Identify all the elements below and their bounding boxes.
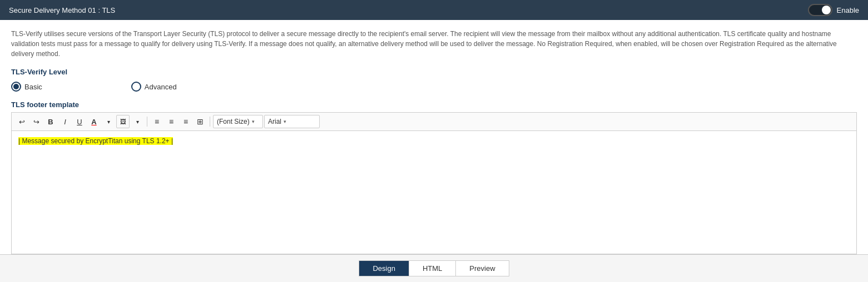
insert-image-dropdown-button[interactable]: ▾ — [131, 115, 144, 128]
insert-image-button[interactable]: 🖼 — [116, 115, 130, 128]
radio-basic-label: Basic — [24, 83, 42, 91]
radio-option-advanced[interactable]: Advanced — [131, 82, 177, 92]
enable-label: Enable — [837, 6, 859, 14]
enable-toggle-group: Enable — [808, 4, 859, 16]
tls-verify-level-label: TLS-Verify Level — [11, 68, 857, 76]
tab-design[interactable]: Design — [359, 261, 409, 276]
font-family-chevron: ▾ — [284, 119, 286, 124]
bold-button[interactable]: B — [44, 115, 57, 128]
italic-button[interactable]: I — [58, 115, 72, 128]
tab-preview[interactable]: Preview — [456, 261, 508, 276]
font-color-button[interactable]: A — [87, 115, 101, 128]
undo-button[interactable]: ↩ — [15, 115, 28, 128]
radio-advanced[interactable] — [131, 82, 141, 92]
editor-container: ↩ ↪ B I U A ▾ 🖼 ▾ ≡ ≡ ≡ ⊞ — [11, 112, 857, 254]
tab-group: Design HTML Preview — [359, 260, 509, 276]
bottom-tabs-area: Design HTML Preview — [0, 254, 868, 282]
font-family-dropdown[interactable]: Arial ▾ — [264, 115, 320, 128]
tab-html[interactable]: HTML — [409, 261, 456, 276]
align-left-button[interactable]: ≡ — [150, 115, 163, 128]
radio-group: Basic Advanced — [11, 82, 857, 92]
editor-content: | Message secured by EncryptTitan using … — [18, 137, 173, 145]
insert-table-button[interactable]: ⊞ — [194, 115, 207, 128]
font-size-dropdown[interactable]: (Font Size) ▾ — [213, 115, 263, 128]
editor-toolbar: ↩ ↪ B I U A ▾ 🖼 ▾ ≡ ≡ ≡ ⊞ — [12, 113, 856, 131]
font-family-label: Arial — [268, 118, 281, 125]
header-bar: Secure Delivery Method 01 : TLS Enable — [0, 0, 868, 20]
font-size-label: (Font Size) — [217, 118, 250, 125]
redo-button[interactable]: ↪ — [29, 115, 43, 128]
underline-button[interactable]: U — [73, 115, 86, 128]
toolbar-separator-2 — [210, 117, 210, 127]
page-wrapper: Secure Delivery Method 01 : TLS Enable T… — [0, 0, 868, 282]
image-icon: 🖼 — [120, 118, 126, 125]
description-text: TLS-Verify utilises secure versions of t… — [11, 29, 857, 59]
align-center-button[interactable]: ≡ — [165, 115, 178, 128]
font-color-dropdown-button[interactable]: ▾ — [102, 115, 115, 128]
toggle-slider — [808, 4, 832, 16]
main-content: TLS-Verify utilises secure versions of t… — [0, 20, 868, 254]
header-title: Secure Delivery Method 01 : TLS — [9, 6, 115, 14]
editor-body[interactable]: | Message secured by EncryptTitan using … — [12, 131, 856, 254]
toolbar-separator-1 — [147, 117, 147, 127]
radio-basic[interactable] — [11, 82, 21, 92]
align-right-button[interactable]: ≡ — [179, 115, 192, 128]
footer-template-label: TLS footer template — [11, 100, 857, 109]
radio-advanced-label: Advanced — [145, 83, 177, 91]
radio-option-basic[interactable]: Basic — [11, 82, 42, 92]
enable-toggle[interactable] — [808, 4, 832, 16]
font-size-chevron: ▾ — [252, 119, 255, 124]
